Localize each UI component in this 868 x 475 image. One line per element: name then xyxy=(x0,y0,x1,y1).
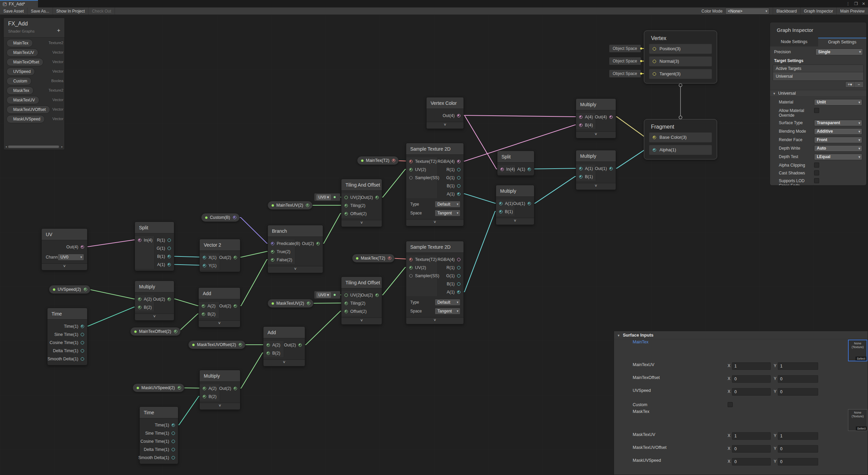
port-v1-connected[interactable] xyxy=(172,423,175,427)
port-v2[interactable] xyxy=(344,293,348,297)
port-v1-connected[interactable] xyxy=(579,175,583,178)
port-v1[interactable] xyxy=(457,168,460,171)
x-value-input[interactable]: 0 xyxy=(732,445,771,453)
port-v2-connected[interactable] xyxy=(307,302,310,305)
port-v4-connected[interactable] xyxy=(457,160,460,163)
port-v2[interactable] xyxy=(344,196,348,199)
port-v4-connected[interactable] xyxy=(457,114,460,117)
node-sample2[interactable]: Sample Texture 2DTexture(T2)RGBA(4)UV(2)… xyxy=(406,241,464,324)
property-node-maskTexPill[interactable]: MaskTex(T2) xyxy=(352,254,395,263)
port-v1[interactable] xyxy=(457,274,460,278)
select-texture-button[interactable]: Select xyxy=(856,426,867,431)
kebab-menu-icon[interactable]: ⋮ xyxy=(846,1,850,6)
universal-section-header[interactable]: ▼Universal xyxy=(770,90,866,97)
property-pill-masktex[interactable]: MaskTex xyxy=(6,87,34,95)
port-v4-connected[interactable] xyxy=(579,115,583,119)
toolbar-button-save-asset[interactable]: Save Asset xyxy=(0,7,27,15)
collapse-chevron-icon[interactable]: ˅ xyxy=(576,131,616,138)
toolbar-toggle-main-preview[interactable]: Main Preview xyxy=(836,7,868,15)
node-tiling2[interactable]: Tiling And OffsetUV(2)Out(2)Tiling(2)Off… xyxy=(341,277,382,325)
control-dropdown-type[interactable]: Default xyxy=(435,201,460,208)
setting-dropdown[interactable]: Unlit xyxy=(814,99,862,106)
node-multiply5[interactable]: MultiplyA(2)Out(2)B(2)˅ xyxy=(199,370,240,410)
uv-channel-pill[interactable]: UV0 ▾ xyxy=(314,291,340,299)
object-space-pill[interactable]: Object Space xyxy=(609,44,641,53)
collapse-chevron-icon[interactable]: ˅ xyxy=(576,183,616,190)
shader-graph-tab[interactable]: FX_Add* xyxy=(0,0,38,7)
setting-checkbox[interactable] xyxy=(814,170,819,175)
property-node-mainTexOffsetPill[interactable]: MainTexOffset(2) xyxy=(130,327,181,336)
collapse-chevron-icon[interactable]: ˅ xyxy=(42,263,87,270)
toolbar-toggle-graph-inspector[interactable]: Graph Inspector xyxy=(800,7,836,15)
port-v2-connected[interactable] xyxy=(409,168,413,171)
port-v1[interactable] xyxy=(172,432,175,435)
port-v1[interactable] xyxy=(167,239,171,242)
port-v2-connected[interactable] xyxy=(306,204,309,207)
port-v2-connected[interactable] xyxy=(298,343,302,347)
x-value-input[interactable]: 0 xyxy=(732,458,771,466)
collapse-chevron-icon[interactable]: ˅ xyxy=(200,403,240,410)
port-v1-connected[interactable] xyxy=(579,167,583,170)
y-value-input[interactable]: 1 xyxy=(778,362,818,370)
property-node-maskUVSpeedPill[interactable]: MaskUVSpeed(2) xyxy=(133,383,184,392)
toolbar-toggle-blackboard[interactable]: Blackboard xyxy=(773,7,800,15)
port-v2-connected[interactable] xyxy=(203,395,206,398)
port-v1-connected[interactable] xyxy=(457,192,460,196)
port-v1[interactable] xyxy=(167,247,171,250)
collapse-chevron-icon[interactable]: ˅ xyxy=(341,318,382,324)
port-v1-connected[interactable] xyxy=(528,202,531,205)
uv-channel-dropdown[interactable]: UV0 ▾ xyxy=(316,292,331,298)
port-v2-connected[interactable] xyxy=(344,302,348,305)
port-v4-connected[interactable] xyxy=(609,115,613,119)
tab-node-settings[interactable]: Node Settings xyxy=(770,38,818,46)
setting-dropdown[interactable]: Auto xyxy=(814,145,862,152)
node-tiling1[interactable]: Tiling And OffsetUV(2)Out(2)Tiling(2)Off… xyxy=(341,179,382,227)
collapse-chevron-icon[interactable]: ˅ xyxy=(341,220,382,227)
port-v1[interactable] xyxy=(172,440,175,443)
toolbar-button-save-as-[interactable]: Save As... xyxy=(27,7,53,15)
node-multiply1[interactable]: MultiplyA(4)Out(4)B(4)˅ xyxy=(576,98,616,138)
port-v1-connected[interactable] xyxy=(499,210,502,213)
port-v2-connected[interactable] xyxy=(267,352,270,355)
scroll-left-icon[interactable]: ◂ xyxy=(5,145,7,149)
node-uvNode[interactable]: UVOut(4)ChanneUV0˅ xyxy=(41,228,87,270)
x-value-input[interactable]: 1 xyxy=(732,432,771,440)
custom-checkbox[interactable] xyxy=(728,402,733,407)
property-node-maskTexUVPill[interactable]: MaskTexUV(2) xyxy=(268,299,314,308)
node-time2[interactable]: TimeTime(1)Sine Time(1)Cosine Time(1)Del… xyxy=(139,406,178,464)
node-vector2[interactable]: Vector 2X(1)Out(2)Y(1) xyxy=(199,239,240,272)
node-multiply4[interactable]: MultiplyA(2)Out(2)B(2)˅ xyxy=(135,281,174,321)
object-space-pill[interactable]: Object Space xyxy=(609,70,641,78)
port-v1-connected[interactable] xyxy=(167,255,171,258)
port-v1-connected[interactable] xyxy=(457,290,460,294)
port-v2-connected[interactable] xyxy=(202,312,205,316)
port-v2-connected[interactable] xyxy=(234,304,237,308)
port-v1[interactable] xyxy=(81,341,84,344)
uv-channel-dropdown[interactable]: UV0 ▾ xyxy=(316,194,331,200)
port-v4-connected[interactable] xyxy=(81,245,84,249)
surface-input-label-masktex[interactable]: MaskTex xyxy=(633,409,649,414)
node-vertexColor[interactable]: Vertex ColorOut(4)˅ xyxy=(426,97,464,129)
port-T2-connected[interactable] xyxy=(392,159,395,162)
tab-graph-settings[interactable]: Graph Settings xyxy=(818,38,866,46)
port-v4-connected[interactable] xyxy=(138,239,141,242)
setting-dropdown[interactable]: Transparent xyxy=(814,120,862,126)
surface-inputs-header[interactable]: ▼Surface Inputs xyxy=(614,331,868,339)
property-pill-masktexuvoffset[interactable]: MaskTexUVOffset xyxy=(6,106,50,114)
select-texture-button[interactable]: Select xyxy=(855,357,867,361)
add-target-button[interactable]: +▾ xyxy=(846,82,854,87)
port-v3-connected[interactable] xyxy=(653,136,656,139)
scrollbar-thumb[interactable] xyxy=(8,146,59,148)
x-value-input[interactable]: 0 xyxy=(732,388,771,396)
port-v2-connected[interactable] xyxy=(271,250,274,253)
port-v2-connected[interactable] xyxy=(234,256,237,259)
block-slot-base-color-3-[interactable]: Base Color(3) xyxy=(649,132,712,142)
port-v2-connected[interactable] xyxy=(167,298,171,301)
remove-target-button[interactable]: − xyxy=(854,82,863,87)
port-v2-connected[interactable] xyxy=(202,304,205,308)
port-B-connected[interactable] xyxy=(271,242,274,245)
setting-dropdown[interactable]: Additive xyxy=(814,128,862,135)
port-v2-connected[interactable] xyxy=(409,266,413,269)
setting-dropdown[interactable]: Front xyxy=(814,137,862,143)
port-v1-connected[interactable] xyxy=(653,148,656,152)
